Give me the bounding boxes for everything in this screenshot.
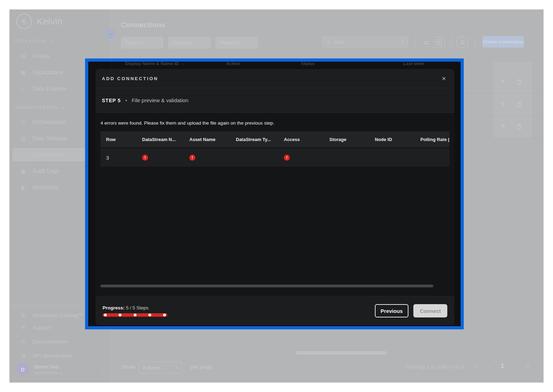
progress-bar: [103, 313, 167, 317]
bg-column-header: Last seen: [403, 61, 424, 66]
sidebar-item-documentation[interactable]: ≣ Documentation ↗: [12, 335, 107, 347]
filter-label: Clusters: [125, 40, 143, 46]
search-icon: [326, 40, 331, 44]
monitoring-icon: ◧: [20, 184, 27, 191]
user-menu[interactable]: D Demo User demo@kelvin.ai ∧ ∨: [12, 359, 107, 379]
datastream-name-cell: !: [136, 155, 184, 161]
edit-icon[interactable]: ✎: [501, 78, 505, 85]
chevron-left-icon: ‹: [110, 31, 112, 37]
section-operations[interactable]: OPERATIONS ∨: [15, 39, 54, 43]
gear-icon: ⚙: [460, 39, 465, 46]
close-icon[interactable]: ×: [440, 75, 448, 83]
step-description: File preview & validation: [132, 97, 188, 103]
protocols-filter[interactable]: Protocols ▾: [215, 37, 258, 49]
pagination-next-icon[interactable]: ›: [514, 363, 516, 369]
progress-dot: [148, 314, 151, 316]
error-icon: !: [142, 155, 148, 161]
table-row: ✎: [464, 116, 544, 138]
smartapps-catalog-icon: ⊞: [20, 312, 27, 318]
audit-logs-icon: ▣: [20, 168, 27, 174]
progress-value: 5 / 5 Steps: [126, 305, 149, 310]
connect-button[interactable]: Connect: [413, 304, 447, 317]
assets-icon: ▤: [20, 53, 27, 59]
trash-icon[interactable]: [517, 124, 522, 131]
statuses-filter[interactable]: Statuses ▾: [168, 37, 211, 49]
search-input[interactable]: docs ×: [322, 36, 408, 48]
search-value: docs: [334, 39, 399, 45]
step-bar: STEP 5 • File preview & validation: [96, 88, 454, 113]
filter-label: Protocols: [219, 40, 240, 46]
sidebar-item-label: Applications: [33, 69, 63, 76]
data-streams-icon: ▥: [20, 135, 27, 142]
error-icon: !: [284, 155, 290, 161]
section-administration[interactable]: ADMINISTRATION ∨: [15, 105, 64, 110]
error-icon: !: [189, 155, 195, 161]
brand-name: Kelvin: [37, 16, 63, 27]
sidebar-item-label: Assets: [33, 53, 49, 59]
rows-view-icon: [424, 41, 429, 45]
bg-column-divider: [303, 62, 303, 69]
modal-horizontal-scrollbar[interactable]: [100, 285, 433, 287]
toolbar-divider: [451, 37, 451, 48]
add-connection-modal: ADD CONNECTION × STEP 5 • File preview &…: [96, 69, 454, 325]
asset-name-cell: !: [184, 155, 230, 161]
detailed-view-button[interactable]: [434, 37, 445, 48]
sidebar-item-label: Connections: [33, 152, 64, 158]
previous-button[interactable]: Previous: [375, 304, 408, 317]
per-page-label: per page: [191, 364, 213, 370]
kelvin-logo-icon: K: [16, 14, 32, 29]
chevron-down-icon: ∨: [51, 39, 54, 43]
progress-dot: [119, 314, 121, 316]
row-number-cell: 3: [100, 155, 136, 161]
bg-horizontal-scrollbar[interactable]: [296, 351, 387, 355]
bg-column-header-label: Display Name & Name ID: [125, 61, 179, 66]
trash-icon[interactable]: [517, 102, 522, 108]
column-header-node-id: Node ID: [369, 137, 415, 142]
pagination-first-icon[interactable]: «: [474, 363, 477, 369]
bg-column-header: Display Name & Name ID ↓: [125, 61, 184, 66]
avatar: D: [16, 363, 29, 376]
toolbar-divider: [475, 37, 475, 48]
pagination-current-page[interactable]: 1: [501, 363, 504, 369]
page-size-select[interactable]: 8 items ▾: [138, 362, 182, 373]
sidebar-item-label: Audit Logs: [33, 168, 59, 174]
progress-dot: [163, 314, 166, 316]
sort-icon: ↓: [182, 61, 184, 66]
bg-column-header: Action: [226, 61, 240, 66]
pagination-prev-icon[interactable]: ‹: [488, 363, 490, 369]
sidebar-item-label: Support: [33, 324, 51, 330]
bullet-icon: •: [125, 97, 127, 103]
chevron-down-icon: ▾: [176, 366, 177, 370]
brand: K Kelvin: [16, 14, 63, 29]
sidebar-divider: [9, 306, 86, 306]
pagination-last-icon[interactable]: »: [526, 363, 530, 369]
table-row: 3 ! ! !: [100, 148, 449, 167]
trash-icon[interactable]: [517, 79, 522, 86]
chevron-down-icon: ▾: [252, 41, 254, 45]
edit-icon[interactable]: ✎: [501, 101, 505, 107]
compact-view-button[interactable]: [422, 38, 431, 47]
column-header-row: Row: [100, 137, 136, 142]
table-row: ✎: [464, 94, 544, 116]
sidebar-item-label: SmartApps Catalog™: [33, 312, 83, 318]
progress-block: Progress: 5 / 5 Steps: [103, 305, 167, 317]
user-switch-icon[interactable]: ∧ ∨: [102, 366, 104, 372]
table-settings-button[interactable]: ⚙: [457, 37, 468, 48]
clusters-filter[interactable]: Clusters ▾: [121, 37, 163, 49]
progress-dot: [134, 314, 136, 316]
user-info: Demo User demo@kelvin.ai: [34, 364, 63, 375]
chevron-down-icon: ∨: [102, 369, 104, 372]
create-connection-button[interactable]: Create Connection: [482, 36, 524, 48]
clear-search-icon[interactable]: ×: [401, 39, 404, 45]
sidebar-item-label: Documentation: [33, 338, 68, 344]
toolbar-divider: [415, 37, 416, 48]
chevron-down-icon: ▾: [158, 41, 159, 45]
orchestration-icon: ◷: [20, 119, 27, 125]
sidebar-collapse-button[interactable]: ‹: [106, 29, 115, 38]
modal-title: ADD CONNECTION: [102, 76, 158, 81]
edit-icon[interactable]: ✎: [501, 123, 505, 130]
list-view-icon: [436, 39, 442, 46]
filter-label: Statuses: [172, 40, 191, 46]
bg-column-divider: [461, 62, 461, 69]
modal-body: 4 errors were found. Please fix them and…: [96, 113, 454, 296]
